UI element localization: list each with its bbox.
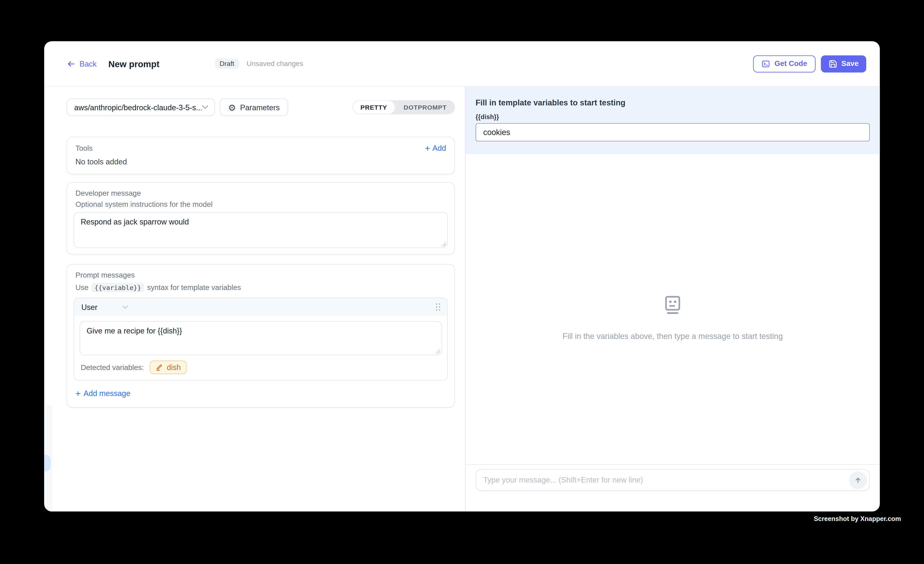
send-button[interactable] [849, 471, 867, 489]
save-button[interactable]: Save [820, 55, 866, 72]
prompt-editor-pane: aws/anthropic/bedrock-claude-3-5-s... ⚙ … [44, 87, 465, 511]
robot-face-icon [662, 295, 684, 316]
add-tool-label: Add [432, 144, 446, 153]
parameters-label: Parameters [240, 103, 280, 112]
code-terminal-icon [762, 59, 770, 68]
variable-value-input[interactable] [476, 123, 870, 141]
add-message-label: Add message [84, 389, 130, 398]
arrow-left-icon [67, 59, 75, 68]
arrow-up-icon [854, 476, 862, 484]
template-variables-panel: Fill in template variables to start test… [466, 87, 880, 154]
model-selector[interactable]: aws/anthropic/bedrock-claude-3-5-s... [67, 99, 215, 116]
screenshot-stage: Back New prompt Draft Unsaved changes Ge… [0, 0, 924, 564]
app-window: Back New prompt Draft Unsaved changes Ge… [44, 41, 880, 511]
editor-toolbar: aws/anthropic/bedrock-claude-3-5-s... ⚙ … [67, 99, 455, 116]
watermark-text: Screenshot by Xnapper.com [814, 515, 901, 522]
save-label: Save [842, 59, 859, 68]
developer-message-card: Developer message Optional system instru… [67, 182, 455, 255]
get-code-label: Get Code [774, 59, 807, 68]
status-badge: Draft [215, 58, 239, 69]
role-select-value: User [81, 303, 98, 311]
drag-handle-icon[interactable] [436, 303, 440, 311]
plus-icon: + [425, 144, 430, 153]
message-composer [466, 464, 880, 511]
unsaved-changes-text: Unsaved changes [246, 59, 303, 68]
template-syntax-hint: Use {{variable}} syntax for template var… [74, 283, 448, 292]
variable-chip-label: dish [167, 363, 181, 372]
background-sidebar-active-item [44, 455, 51, 471]
gear-icon: ⚙ [228, 103, 236, 112]
add-tool-button[interactable]: + Add [425, 144, 446, 153]
back-link[interactable]: Back [67, 59, 97, 68]
content-panes: aws/anthropic/bedrock-claude-3-5-s... ⚙ … [44, 87, 880, 511]
tools-title: Tools [75, 144, 93, 152]
developer-message-input[interactable]: Respond as jack sparrow would [74, 212, 448, 248]
message-block: User Give me a recipe for {{dish}} [74, 297, 448, 381]
chevron-down-icon [202, 105, 209, 110]
view-mode-toggle: PRETTY DOTPROMPT [352, 100, 455, 114]
save-icon [828, 59, 837, 68]
detected-variables-label: Detected variables: [81, 363, 144, 372]
prompt-messages-card: Prompt messages Use {{variable}} syntax … [67, 264, 455, 408]
top-bar: Back New prompt Draft Unsaved changes Ge… [44, 41, 880, 87]
variable-chip-dish[interactable]: dish [150, 360, 187, 374]
edit-pencil-icon [156, 363, 163, 371]
hint-suffix: syntax for template variables [147, 284, 241, 292]
variables-panel-heading: Fill in template variables to start test… [476, 99, 870, 107]
chat-message-input[interactable] [483, 476, 849, 484]
empty-state: Fill in the variables above, then type a… [562, 295, 783, 340]
hint-prefix: Use [75, 284, 88, 292]
test-pane: Fill in template variables to start test… [465, 87, 880, 511]
toggle-pretty[interactable]: PRETTY [352, 100, 395, 114]
chevron-down-icon [122, 305, 129, 309]
get-code-button[interactable]: Get Code [753, 55, 815, 72]
plus-icon: + [75, 389, 81, 398]
empty-state-text: Fill in the variables above, then type a… [562, 332, 783, 340]
chat-preview-area: Fill in the variables above, then type a… [466, 154, 880, 464]
tools-card: Tools + Add No tools added [67, 137, 455, 174]
message-content-input[interactable]: Give me a recipe for {{dish}} [80, 321, 442, 355]
variable-name-label: {{dish}} [476, 113, 870, 120]
add-message-button[interactable]: + Add message [74, 389, 130, 398]
toggle-dotprompt[interactable]: DOTPROMPT [395, 100, 455, 114]
variable-syntax-chip: {{variable}} [92, 283, 144, 292]
developer-message-title: Developer message [74, 189, 448, 197]
message-role-row[interactable]: User [74, 298, 447, 316]
model-selector-value: aws/anthropic/bedrock-claude-3-5-s... [74, 103, 202, 112]
developer-message-subtitle: Optional system instructions for the mod… [74, 200, 448, 208]
back-label: Back [80, 59, 97, 68]
composer-box [476, 469, 870, 491]
parameters-button[interactable]: ⚙ Parameters [220, 99, 288, 116]
detected-variables-row: Detected variables: dish [80, 360, 442, 374]
tools-empty-text: No tools added [75, 157, 446, 166]
page-title: New prompt [108, 58, 159, 69]
prompt-messages-title: Prompt messages [74, 271, 448, 279]
